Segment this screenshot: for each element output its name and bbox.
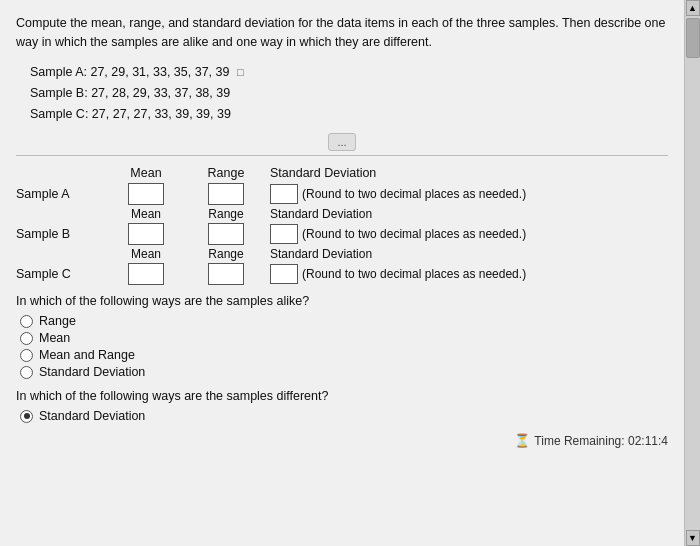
instruction-text: Compute the mean, range, and standard de…: [16, 14, 668, 52]
sample-b-mean-cell: [106, 222, 186, 246]
sample-a-mean-cell: [106, 182, 186, 206]
sample-b-mean-input[interactable]: [128, 223, 164, 245]
sample-a-round-note: (Round to two decimal places as needed.): [302, 187, 526, 201]
different-section: In which of the following ways are the s…: [16, 389, 668, 423]
sub-mean-b: Mean: [106, 206, 186, 222]
different-radio-std-dev[interactable]: [20, 410, 33, 423]
sub-label-row-c: Mean Range Standard Deviation: [16, 246, 668, 262]
copy-button[interactable]: ...: [328, 133, 355, 151]
sample-c-mean-input[interactable]: [128, 263, 164, 285]
sample-b-text: Sample B: 27, 28, 29, 33, 37, 38, 39: [30, 83, 668, 104]
sub-label-row-b: Mean Range Standard Deviation: [16, 206, 668, 222]
sample-c-std-dev-input[interactable]: [270, 264, 298, 284]
alike-radio-mean[interactable]: [20, 332, 33, 345]
header-range: Range: [186, 164, 266, 182]
sample-c-std-dev-cell: (Round to two decimal places as needed.): [266, 262, 668, 286]
sample-a-row: Sample A (Round to two decimal places as…: [16, 182, 668, 206]
header-row: Mean Range Standard Deviation: [16, 164, 668, 182]
sample-c-round-note: (Round to two decimal places as needed.): [302, 267, 526, 281]
sub-std-b: Standard Deviation: [266, 206, 668, 222]
sample-b-range-cell: [186, 222, 266, 246]
sample-b-range-input[interactable]: [208, 223, 244, 245]
time-remaining-label: Time Remaining:: [534, 434, 624, 448]
sub-range-b: Range: [186, 206, 266, 222]
different-question: In which of the following ways are the s…: [16, 389, 668, 403]
alike-option-mean[interactable]: Mean: [20, 331, 668, 345]
scrollbar-thumb[interactable]: [686, 18, 700, 58]
sub-std-c: Standard Deviation: [266, 246, 668, 262]
time-remaining: ⏳ Time Remaining: 02:11:4: [16, 433, 668, 448]
alike-option-mean-range[interactable]: Mean and Range: [20, 348, 668, 362]
alike-label-mean: Mean: [39, 331, 70, 345]
alike-radio-std-dev[interactable]: [20, 366, 33, 379]
sample-a-mean-input[interactable]: [128, 183, 164, 205]
alike-radio-group: Range Mean Mean and Range Standard Devia…: [20, 314, 668, 379]
sample-a-std-dev-input[interactable]: [270, 184, 298, 204]
alike-label-mean-range: Mean and Range: [39, 348, 135, 362]
alike-label-range: Range: [39, 314, 76, 328]
alike-label-std-dev: Standard Deviation: [39, 365, 145, 379]
sub-range-c: Range: [186, 246, 266, 262]
sub-mean-c: Mean: [106, 246, 186, 262]
alike-radio-range[interactable]: [20, 315, 33, 328]
alike-option-std-dev[interactable]: Standard Deviation: [20, 365, 668, 379]
sample-b-row: Sample B (Round to two decimal places as…: [16, 222, 668, 246]
header-empty: [16, 171, 106, 175]
content-area: Compute the mean, range, and standard de…: [0, 0, 684, 546]
sample-a-range-input[interactable]: [208, 183, 244, 205]
copy-icon-inline[interactable]: □: [237, 66, 244, 78]
sample-a-range-cell: [186, 182, 266, 206]
header-mean: Mean: [106, 164, 186, 182]
sample-c-mean-cell: [106, 262, 186, 286]
scrollbar-up[interactable]: ▲: [686, 0, 700, 16]
different-option-std-dev[interactable]: Standard Deviation: [20, 409, 668, 423]
sample-a-label: Sample A: [16, 185, 106, 203]
scrollbar-down[interactable]: ▼: [686, 530, 700, 546]
copy-icon-row: ...: [16, 133, 668, 151]
alike-radio-mean-range[interactable]: [20, 349, 33, 362]
different-label-std-dev: Standard Deviation: [39, 409, 145, 423]
sample-c-row: Sample C (Round to two decimal places as…: [16, 262, 668, 286]
sample-c-range-input[interactable]: [208, 263, 244, 285]
sample-c-range-cell: [186, 262, 266, 286]
sample-c-text: Sample C: 27, 27, 27, 33, 39, 39, 39: [30, 104, 668, 125]
scrollbar[interactable]: ▲ ▼: [684, 0, 700, 546]
header-std-dev: Standard Deviation: [266, 164, 668, 182]
alike-option-range[interactable]: Range: [20, 314, 668, 328]
different-radio-group: Standard Deviation: [20, 409, 668, 423]
table-section: Mean Range Standard Deviation Sample A (…: [16, 164, 668, 286]
sample-b-label: Sample B: [16, 225, 106, 243]
time-remaining-value: 02:11:4: [628, 434, 668, 448]
main-container: Compute the mean, range, and standard de…: [0, 0, 700, 546]
alike-question: In which of the following ways are the s…: [16, 294, 668, 308]
sample-a-text: Sample A: 27, 29, 31, 33, 35, 37, 39 □: [30, 62, 668, 83]
sample-b-std-dev-cell: (Round to two decimal places as needed.): [266, 222, 668, 246]
alike-section: In which of the following ways are the s…: [16, 294, 668, 379]
divider: [16, 155, 668, 156]
sample-b-std-dev-input[interactable]: [270, 224, 298, 244]
clock-icon: ⏳: [514, 433, 530, 448]
sample-b-round-note: (Round to two decimal places as needed.): [302, 227, 526, 241]
sample-c-label: Sample C: [16, 265, 106, 283]
samples-block: Sample A: 27, 29, 31, 33, 35, 37, 39 □ S…: [30, 62, 668, 126]
sample-a-std-dev-cell: (Round to two decimal places as needed.): [266, 182, 668, 206]
